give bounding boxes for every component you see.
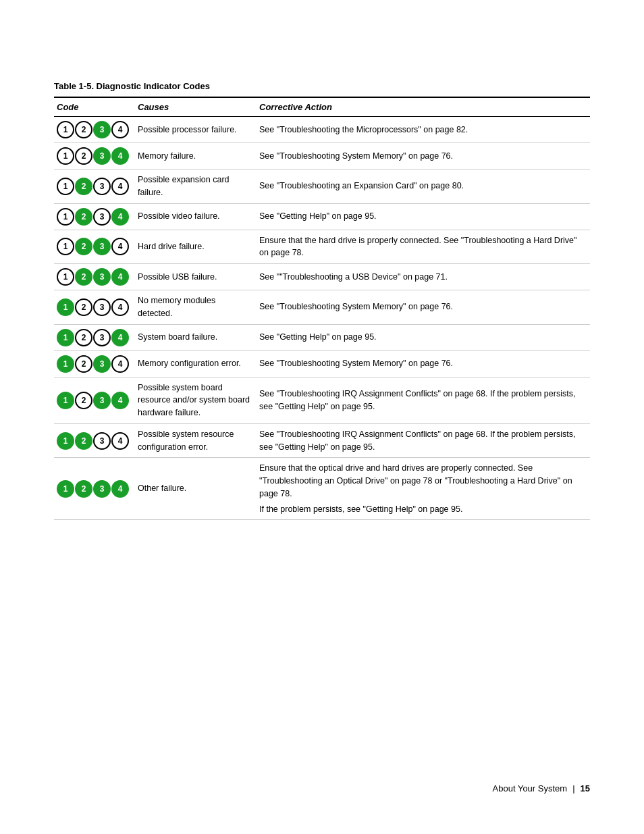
code-icons: 1234 xyxy=(57,238,130,255)
code-cell: 1234 xyxy=(54,324,135,350)
action-cell: See "Troubleshooting IRQ Assignment Conf… xyxy=(257,377,590,423)
indicator-icon-4: 4 xyxy=(111,268,129,286)
indicator-icon-3: 3 xyxy=(93,121,111,138)
indicator-icon-2: 2 xyxy=(75,147,92,165)
cause-cell: Memory failure. xyxy=(135,143,257,170)
code-cell: 1234 xyxy=(54,170,135,204)
action-cell: See "Troubleshooting System Memory" on p… xyxy=(257,350,590,377)
cause-cell: Possible expansion card failure. xyxy=(135,170,257,204)
code-icons: 1234 xyxy=(57,355,130,373)
table-row: 1234System board failure.See "Getting He… xyxy=(54,324,590,350)
indicator-icon-2: 2 xyxy=(75,238,92,255)
indicator-icon-1: 1 xyxy=(57,480,74,498)
code-icons: 1234 xyxy=(57,208,130,226)
code-cell: 1234 xyxy=(54,290,135,325)
indicator-icon-2: 2 xyxy=(75,178,92,195)
indicator-icon-3: 3 xyxy=(93,480,111,498)
col-causes: Causes xyxy=(135,97,257,117)
table-row: 1234Hard drive failure.Ensure that the h… xyxy=(54,230,590,264)
indicator-icon-2: 2 xyxy=(75,298,92,316)
cause-cell: Possible USB failure. xyxy=(135,264,257,290)
indicator-icon-4: 4 xyxy=(111,298,129,316)
cause-cell: Possible processor failure. xyxy=(135,117,257,143)
code-icons: 1234 xyxy=(57,147,130,165)
code-icons: 1234 xyxy=(57,480,130,498)
cause-cell: Hard drive failure. xyxy=(135,230,257,264)
code-icons: 1234 xyxy=(57,121,130,138)
table-row: 1234Memory configuration error.See "Trou… xyxy=(54,350,590,377)
indicator-icon-2: 2 xyxy=(75,329,92,346)
code-cell: 1234 xyxy=(54,423,135,458)
indicator-icon-2: 2 xyxy=(75,121,92,138)
table-header-row: Code Causes Corrective Action xyxy=(54,97,590,117)
col-code: Code xyxy=(54,97,135,117)
indicator-icon-1: 1 xyxy=(57,392,74,409)
indicator-icon-4: 4 xyxy=(111,392,129,409)
table-body: 1234Possible processor failure.See "Trou… xyxy=(54,117,590,520)
indicator-icon-2: 2 xyxy=(75,480,92,498)
code-cell: 1234 xyxy=(54,203,135,230)
indicator-icon-1: 1 xyxy=(57,178,74,195)
indicator-icon-3: 3 xyxy=(93,432,111,450)
code-cell: 1234 xyxy=(54,117,135,143)
table-row: 1234No memory modules detected.See "Trou… xyxy=(54,290,590,325)
indicator-icon-1: 1 xyxy=(57,208,74,226)
table-row: 1234Possible system resource configurati… xyxy=(54,423,590,458)
indicator-icon-1: 1 xyxy=(57,432,74,450)
code-cell: 1234 xyxy=(54,458,135,520)
cause-cell: Possible system board resource and/or sy… xyxy=(135,377,257,423)
code-cell: 1234 xyxy=(54,264,135,290)
code-icons: 1234 xyxy=(57,392,130,409)
code-icons: 1234 xyxy=(57,432,130,450)
footer-pipe: | xyxy=(572,783,574,793)
cause-cell: Other failure. xyxy=(135,458,257,520)
indicator-icon-2: 2 xyxy=(75,392,92,409)
cause-cell: Memory configuration error. xyxy=(135,350,257,377)
cause-cell: Possible system resource configuration e… xyxy=(135,423,257,458)
cause-cell: System board failure. xyxy=(135,324,257,350)
action-cell: See "Troubleshooting an Expansion Card" … xyxy=(257,170,590,204)
indicator-icon-1: 1 xyxy=(57,268,74,286)
indicator-icon-3: 3 xyxy=(93,238,111,255)
action-cell: See "Troubleshooting System Memory" on p… xyxy=(257,143,590,170)
cause-cell: No memory modules detected. xyxy=(135,290,257,325)
table-row: 1234Possible expansion card failure.See … xyxy=(54,170,590,204)
cause-cell: Possible video failure. xyxy=(135,203,257,230)
code-cell: 1234 xyxy=(54,143,135,170)
indicator-icon-1: 1 xyxy=(57,121,74,138)
table-title: Table 1-5. Diagnostic Indicator Codes xyxy=(54,81,590,91)
table-row: 1234Memory failure.See "Troubleshooting … xyxy=(54,143,590,170)
indicator-icon-3: 3 xyxy=(93,147,111,165)
indicator-icon-1: 1 xyxy=(57,238,74,255)
action-cell: See "Getting Help" on page 95. xyxy=(257,324,590,350)
code-cell: 1234 xyxy=(54,230,135,264)
indicator-icon-1: 1 xyxy=(57,147,74,165)
indicator-icon-2: 2 xyxy=(75,432,92,450)
code-icons: 1234 xyxy=(57,268,130,286)
code-cell: 1234 xyxy=(54,350,135,377)
indicator-icon-3: 3 xyxy=(93,298,111,316)
indicator-icon-3: 3 xyxy=(93,329,111,346)
indicator-icon-3: 3 xyxy=(93,178,111,195)
indicator-icon-4: 4 xyxy=(111,208,129,226)
indicator-icon-2: 2 xyxy=(75,208,92,226)
action-cell: Ensure that the optical drive and hard d… xyxy=(257,458,590,520)
footer-text: About Your System xyxy=(493,783,568,793)
indicator-icon-3: 3 xyxy=(93,355,111,373)
footer-page: 15 xyxy=(581,783,590,793)
indicator-icon-4: 4 xyxy=(111,355,129,373)
col-action: Corrective Action xyxy=(257,97,590,117)
action-cell: See "Troubleshooting IRQ Assignment Conf… xyxy=(257,423,590,458)
indicator-icon-4: 4 xyxy=(111,121,129,138)
indicator-icon-1: 1 xyxy=(57,329,74,346)
action-cell: Ensure that the hard drive is properly c… xyxy=(257,230,590,264)
code-icons: 1234 xyxy=(57,329,130,346)
action-cell: See "Troubleshooting the Microprocessors… xyxy=(257,117,590,143)
indicator-icon-4: 4 xyxy=(111,178,129,195)
indicator-icon-3: 3 xyxy=(93,208,111,226)
indicator-icon-3: 3 xyxy=(93,392,111,409)
indicator-icon-4: 4 xyxy=(111,238,129,255)
indicator-icon-4: 4 xyxy=(111,480,129,498)
indicator-icon-4: 4 xyxy=(111,147,129,165)
table-row: 1234Possible USB failure.See ""Troublesh… xyxy=(54,264,590,290)
